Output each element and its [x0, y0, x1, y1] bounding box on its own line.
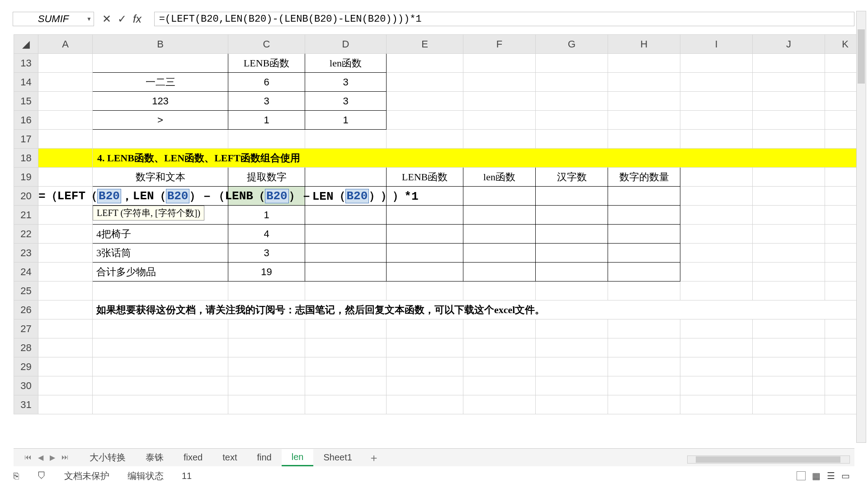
cancel-icon[interactable]: ✕: [102, 13, 111, 25]
view-list-icon[interactable]: ☰: [827, 470, 835, 481]
row-header-30[interactable]: 30: [14, 376, 38, 395]
sheet-tab[interactable]: text: [212, 450, 247, 465]
row-header-22[interactable]: 22: [14, 225, 38, 244]
sheet-tab[interactable]: 泰铢: [136, 449, 174, 466]
cell-B13[interactable]: [93, 54, 228, 73]
row-header-31[interactable]: 31: [14, 395, 38, 414]
cell-A20[interactable]: =（ LEFT （ B20 ， LEN （ B20 ） －（ LENB （ B2…: [38, 187, 93, 206]
sheet-tab[interactable]: fixed: [174, 450, 212, 465]
section-title[interactable]: 4. LENB函数、LEN函数、LEFT函数组合使用: [93, 149, 866, 168]
status-value: 11: [182, 471, 192, 481]
row-header-15[interactable]: 15: [14, 92, 38, 111]
cell-C23[interactable]: 3: [228, 244, 305, 263]
name-box-dropdown-icon[interactable]: ▼: [86, 16, 92, 22]
in-cell-formula-editor[interactable]: =（ LEFT （ B20 ， LEN （ B20 ） －（ LENB （ B2…: [38, 187, 419, 205]
row-header-23[interactable]: 23: [14, 244, 38, 263]
cell-C19[interactable]: 提取数字: [228, 168, 305, 187]
horizontal-scrollbar[interactable]: [687, 455, 850, 464]
cell-C16[interactable]: 1: [228, 111, 305, 130]
cell-D13[interactable]: len函数: [305, 54, 387, 73]
row-header-27[interactable]: 27: [14, 319, 38, 338]
cell-D16[interactable]: 1: [305, 111, 387, 130]
cell-C13[interactable]: LENB函数: [228, 54, 305, 73]
column-headers: ◢ A B C D E F G H I J K: [14, 35, 866, 54]
tab-next-icon[interactable]: ▶: [50, 453, 55, 462]
tab-first-icon[interactable]: ⏮: [24, 453, 32, 462]
sheet-tab[interactable]: find: [247, 450, 282, 465]
sheet-tab[interactable]: 大小转换: [80, 449, 136, 466]
row-header-20[interactable]: 20: [14, 187, 38, 206]
cell-D19[interactable]: [305, 168, 387, 187]
scroll-thumb[interactable]: [696, 456, 840, 463]
cell-D14[interactable]: 3: [305, 73, 387, 92]
tab-last-icon[interactable]: ⏭: [61, 453, 69, 462]
view-page-icon[interactable]: ▭: [841, 470, 850, 481]
col-header-J[interactable]: J: [753, 35, 825, 54]
row-header-25[interactable]: 25: [14, 282, 38, 300]
col-header-I[interactable]: I: [680, 35, 753, 54]
status-protect-text: 文档未保护: [64, 470, 109, 482]
cell-B16[interactable]: >: [93, 111, 228, 130]
row-header-16[interactable]: 16: [14, 111, 38, 130]
cell-F19[interactable]: len函数: [463, 168, 536, 187]
add-sheet-button[interactable]: ＋: [362, 448, 386, 468]
view-grid-icon[interactable]: ▦: [812, 470, 821, 481]
formula-bar: SUMIF ▼ ✕ ✓ fx =(LEFT(B20,LEN(B20)-(LENB…: [13, 11, 854, 27]
cell-D15[interactable]: 3: [305, 92, 387, 111]
scroll-thumb[interactable]: [858, 29, 865, 84]
row-header-18[interactable]: 18: [14, 149, 38, 168]
col-header-D[interactable]: D: [305, 35, 387, 54]
row-header-13[interactable]: 13: [14, 54, 38, 73]
cell-H19[interactable]: 数字的数量: [608, 168, 680, 187]
formula-input[interactable]: =(LEFT(B20,LEN(B20)-(LENB(B20)-LEN(B20))…: [154, 12, 854, 26]
cell-C15[interactable]: 3: [228, 92, 305, 111]
cell-C14[interactable]: 6: [228, 73, 305, 92]
formula-bar-buttons: ✕ ✓ fx: [102, 13, 146, 25]
status-icon[interactable]: ⎘: [14, 471, 19, 481]
cell-B19[interactable]: 数字和文本: [93, 168, 228, 187]
row-header-28[interactable]: 28: [14, 338, 38, 357]
row-header-19[interactable]: 19: [14, 168, 38, 187]
vertical-scrollbar[interactable]: [856, 11, 866, 443]
cell-G19[interactable]: 汉字数: [536, 168, 608, 187]
row-23: 23 3张话筒 3: [14, 244, 866, 263]
col-header-G[interactable]: G: [536, 35, 608, 54]
name-box[interactable]: SUMIF ▼: [13, 12, 94, 26]
spreadsheet-grid[interactable]: ◢ A B C D E F G H I J K 13 LENB函数 len函数 …: [14, 34, 854, 443]
col-header-E[interactable]: E: [387, 35, 463, 54]
cell-B23[interactable]: 3张话筒: [93, 244, 228, 263]
cell-H20[interactable]: [608, 187, 680, 206]
col-header-F[interactable]: F: [463, 35, 536, 54]
col-header-H[interactable]: H: [608, 35, 680, 54]
enter-icon[interactable]: ✓: [118, 13, 127, 25]
cell-C24[interactable]: 19: [228, 263, 305, 282]
row-header-21[interactable]: 21: [14, 206, 38, 225]
cell-E19[interactable]: LENB函数: [387, 168, 463, 187]
row-header-26[interactable]: 26: [14, 300, 38, 319]
cell-A13[interactable]: [38, 54, 93, 73]
cell-B14[interactable]: 一二三: [93, 73, 228, 92]
row-header-17[interactable]: 17: [14, 130, 38, 149]
cell-C21[interactable]: 1: [228, 206, 305, 225]
cell-B22[interactable]: 4把椅子: [93, 225, 228, 244]
fx-icon[interactable]: fx: [133, 13, 142, 25]
note-text[interactable]: 如果想要获得这份文档，请关注我的订阅号：志国笔记，然后回复文本函数，可以下载这个…: [93, 300, 866, 319]
col-header-A[interactable]: A: [38, 35, 93, 54]
protect-icon[interactable]: ⛉: [37, 471, 46, 481]
cell-F20[interactable]: [463, 187, 536, 206]
row-header-24[interactable]: 24: [14, 263, 38, 282]
select-all-corner[interactable]: ◢: [14, 35, 38, 54]
sheet-tab[interactable]: Sheet1: [313, 450, 362, 465]
row-header-29[interactable]: 29: [14, 357, 38, 376]
cell-B15[interactable]: 123: [93, 92, 228, 111]
cell-B24[interactable]: 合计多少物品: [93, 263, 228, 282]
col-header-C[interactable]: C: [228, 35, 305, 54]
tab-prev-icon[interactable]: ◀: [38, 453, 43, 462]
sheet-tab-active[interactable]: len: [282, 449, 314, 466]
fullscreen-icon[interactable]: [797, 471, 806, 480]
cell-G20[interactable]: [536, 187, 608, 206]
row-header-14[interactable]: 14: [14, 73, 38, 92]
col-header-B[interactable]: B: [93, 35, 228, 54]
cell-E13[interactable]: [387, 54, 463, 73]
cell-C22[interactable]: 4: [228, 225, 305, 244]
